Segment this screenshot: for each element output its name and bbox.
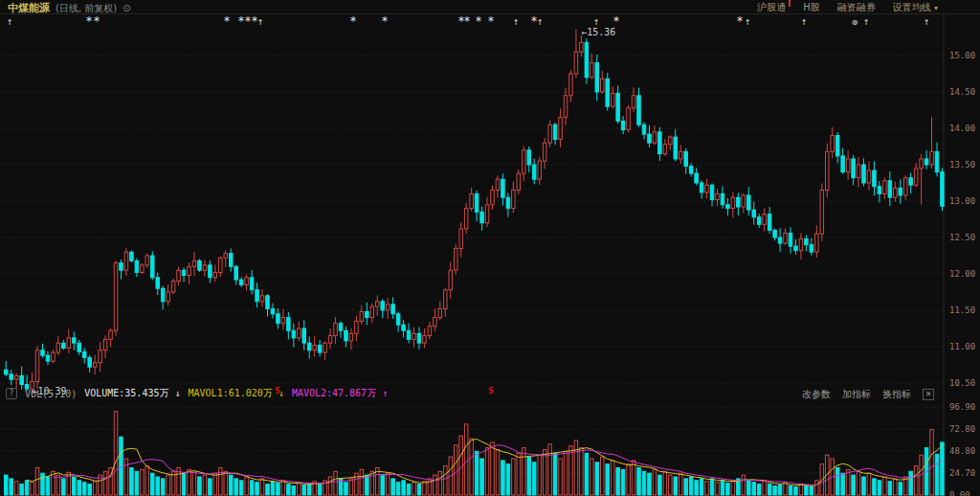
svg-text:72.80: 72.80 [949,424,975,434]
mavol1-readout: MAVOL1:61.020万 ↓ [189,387,284,400]
event-marker-icon: ↑ [513,18,520,27]
svg-text:12.50: 12.50 [949,233,975,242]
event-marker-icon: * [464,14,470,28]
down-arrow-icon: ↓ [278,388,284,398]
event-marker-icon: * [245,14,251,28]
mavol2-readout: MAVOL2:47.867万 ↑ [292,387,388,400]
event-marker-icon: ↑ [745,18,751,27]
svg-text:96.90: 96.90 [949,402,975,412]
down-arrow-icon: ↓ [175,388,181,398]
event-marker-icon: * [476,14,481,28]
svg-text:24.70: 24.70 [949,468,975,478]
volume-readout: VOLUME:35.435万 ↓ [84,387,180,400]
candlestick-volume-chart[interactable]: 15.0014.5014.0013.5013.0012.5012.0011.50… [0,0,980,496]
svg-text:11.50: 11.50 [949,305,975,315]
high-price-annotation: ←15.36 [581,27,615,37]
help-icon[interactable]: ? [6,388,17,399]
svg-text:14.50: 14.50 [949,87,975,97]
up-arrow-icon: ↑ [382,388,388,398]
switch-indicator-button[interactable]: 换指标 [882,388,911,401]
indicator-name[interactable]: VOL(5,10) [25,389,77,399]
event-marker-icon: * [737,14,743,28]
event-marker-icon: * [224,14,230,28]
event-marker-icon: ↑ [537,18,544,27]
svg-text:11.00: 11.00 [949,342,975,351]
event-marker-icon: * [382,14,388,28]
svg-text:13.00: 13.00 [949,196,975,206]
svg-text:14.00: 14.00 [949,124,975,133]
trading-app-window: 中煤能源 (日线, 前复权) ⊙ 沪股通 H股 融资融券 设置均线 ▾ 15.0… [0,0,980,496]
event-marker-icon: * [238,14,244,28]
event-marker-icon: * [350,14,356,28]
event-marker-icon: ↑ [257,18,264,27]
add-indicator-button[interactable]: 加指标 [842,388,871,401]
event-marker-icon: ⊛ [852,18,858,27]
dividend-marker: S [488,386,493,395]
event-marker-icon: * [488,14,494,28]
event-marker-icon: ↑ [801,18,808,27]
svg-text:15.00: 15.00 [949,51,975,60]
svg-text:12.00: 12.00 [949,269,975,279]
event-marker-icon: ↑ [924,18,930,27]
svg-text:0.00: 0.00 [949,490,970,496]
event-marker-icon: ↑ [7,18,13,27]
event-marker-icon: * [94,14,100,28]
svg-text:48.80: 48.80 [949,446,975,456]
event-marker-icon: * [86,14,92,28]
volume-indicator-bar: ? VOL(5,10) VOLUME:35.435万 ↓ MAVOL1:61.0… [6,387,388,400]
change-params-button[interactable]: 改参数 [802,388,831,401]
event-marker-icon: ↑ [863,18,870,27]
close-icon[interactable]: ✕ [923,389,934,400]
svg-text:10.50: 10.50 [949,378,975,388]
indicator-tools: 改参数 加指标 换指标 ✕ [802,388,934,401]
svg-text:13.50: 13.50 [949,160,975,169]
